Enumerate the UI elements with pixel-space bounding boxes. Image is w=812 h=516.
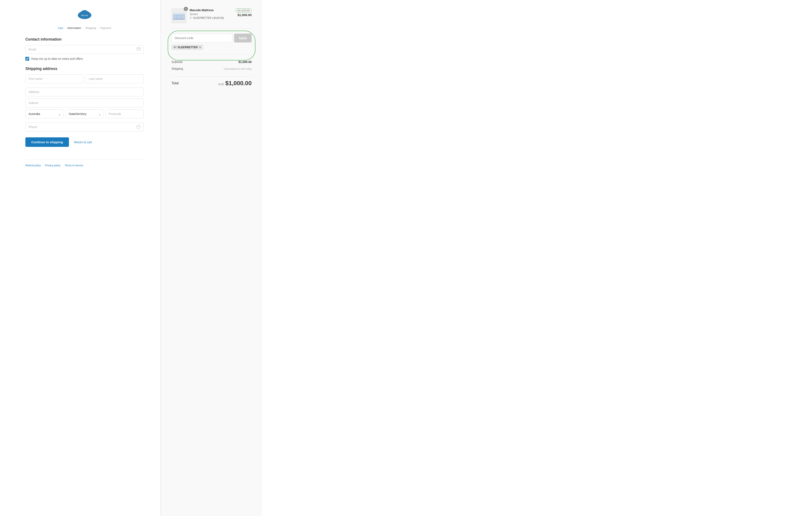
current-price: $1,000.00 <box>236 13 252 17</box>
phone-help-icon[interactable]: ? <box>136 125 141 129</box>
summary-rows: Subtotal $1,000.00 Shipping Calculated a… <box>172 59 252 72</box>
original-price: $1,100.00 <box>236 8 252 12</box>
shipping-value: Calculated at next step <box>224 67 252 70</box>
logo-area: Macoda <box>25 8 144 20</box>
total-value-area: AUD $1,000.00 <box>218 80 252 87</box>
phone-field[interactable] <box>25 123 144 131</box>
product-quantity-badge: 1 <box>184 7 188 11</box>
country-wrapper: Australia New Zealand United States ▼ <box>25 110 63 120</box>
svg-rect-7 <box>173 13 185 15</box>
total-row: Total AUD $1,000.00 <box>172 76 252 87</box>
discount-code-input[interactable] <box>172 34 232 42</box>
return-to-cart-link[interactable]: Return to cart <box>74 141 92 144</box>
discount-gem-icon: 🏷 <box>174 45 176 49</box>
email-group <box>25 45 144 54</box>
first-name-group <box>25 74 84 83</box>
tag-icon: 🏷 <box>190 17 192 20</box>
svg-rect-12 <box>181 16 184 19</box>
total-amount: $1,000.00 <box>225 80 252 87</box>
discount-input-row: Apply <box>172 34 252 42</box>
first-name-field[interactable] <box>25 74 84 83</box>
terms-link[interactable]: Terms of service <box>65 164 83 167</box>
svg-rect-9 <box>173 19 185 20</box>
svg-rect-11 <box>178 16 180 19</box>
refund-policy-link[interactable]: Refund policy <box>25 164 41 167</box>
shipping-label: Shipping <box>172 67 183 70</box>
contact-section-title: Contact information <box>25 37 144 42</box>
suburb-group <box>25 98 144 107</box>
subtotal-value: $1,000.00 <box>238 60 252 64</box>
newsletter-label[interactable]: Keep me up to date on news and offers <box>31 57 83 60</box>
left-panel: Macoda Cart › Information › Shipping › P… <box>0 0 161 516</box>
breadcrumb-information: Information <box>67 26 81 30</box>
address-field[interactable] <box>25 88 144 96</box>
location-row: Australia New Zealand United States ▼ St… <box>25 110 144 120</box>
product-row: 1 Macoda Mattress Queen 🏷 SLEEPBETTER (-… <box>172 8 252 29</box>
remove-discount-button[interactable]: ✕ <box>199 46 201 49</box>
product-discount-tag: 🏷 SLEEPBETTER (-$100.00) <box>190 17 232 20</box>
discount-tag-row: 🏷 SLEEPBETTER ✕ <box>172 44 252 50</box>
svg-rect-10 <box>174 16 176 19</box>
applied-code-label: SLEEPBETTER <box>178 45 198 49</box>
email-icon <box>137 48 141 51</box>
mattress-svg <box>172 11 186 21</box>
suburb-field[interactable] <box>25 98 144 107</box>
breadcrumb-cart[interactable]: Cart <box>58 26 63 30</box>
product-name: Macoda Mattress <box>190 8 232 12</box>
breadcrumb-payment: Payment <box>100 26 111 30</box>
right-panel: 1 Macoda Mattress Queen 🏷 SLEEPBETTER (-… <box>161 0 262 516</box>
logo-icon: Macoda <box>76 8 93 20</box>
total-label: Total <box>172 81 179 85</box>
product-discount-label: SLEEPBETTER (-$100.00) <box>193 17 224 20</box>
postcode-field[interactable] <box>106 110 144 118</box>
product-image <box>172 8 186 23</box>
shipping-row: Shipping Calculated at next step <box>172 65 252 72</box>
subtotal-label: Subtotal <box>172 60 182 64</box>
apply-button[interactable]: Apply <box>234 34 252 42</box>
newsletter-checkbox[interactable] <box>25 57 29 61</box>
state-wrapper: State/territory NSW VIC QLD WA SA TAS AC… <box>65 110 104 120</box>
discount-section: Apply 🏷 SLEEPBETTER ✕ <box>172 34 252 54</box>
action-row: Continue to shipping Return to cart <box>25 138 144 147</box>
state-select[interactable]: State/territory NSW VIC QLD WA SA TAS AC… <box>65 110 104 118</box>
subtotal-row: Subtotal $1,000.00 <box>172 59 252 65</box>
total-currency: AUD <box>218 83 224 86</box>
postcode-group <box>106 110 144 118</box>
breadcrumb-sep3: › <box>98 27 98 30</box>
continue-to-shipping-button[interactable]: Continue to shipping <box>25 138 69 147</box>
product-price-col: $1,100.00 $1,000.00 <box>236 8 252 17</box>
product-variant: Queen <box>190 12 232 16</box>
email-field[interactable] <box>25 45 144 54</box>
breadcrumb-sep1: › <box>65 27 65 30</box>
applied-discount-tag: 🏷 SLEEPBETTER ✕ <box>172 44 203 50</box>
privacy-policy-link[interactable]: Privacy policy <box>45 164 60 167</box>
phone-group: ? <box>25 123 144 131</box>
last-name-field[interactable] <box>86 74 144 83</box>
footer-links: Refund policy Privacy policy Terms of se… <box>25 159 144 167</box>
product-image-wrapper: 1 <box>172 8 186 23</box>
svg-text:Macoda: Macoda <box>81 14 88 17</box>
newsletter-row: Keep me up to date on news and offers <box>25 57 144 61</box>
product-info: Macoda Mattress Queen 🏷 SLEEPBETTER (-$1… <box>190 8 232 20</box>
breadcrumb-shipping: Shipping <box>85 26 96 30</box>
address-group <box>25 88 144 96</box>
breadcrumb-sep2: › <box>83 27 84 30</box>
page-container: Macoda Cart › Information › Shipping › P… <box>0 0 812 516</box>
shipping-section-title: Shipping address <box>25 66 144 71</box>
last-name-group <box>86 74 144 83</box>
name-row <box>25 74 144 85</box>
breadcrumb: Cart › Information › Shipping › Payment <box>25 26 144 30</box>
discount-highlight: Apply 🏷 SLEEPBETTER ✕ <box>172 34 252 50</box>
country-select[interactable]: Australia New Zealand United States <box>25 110 63 118</box>
